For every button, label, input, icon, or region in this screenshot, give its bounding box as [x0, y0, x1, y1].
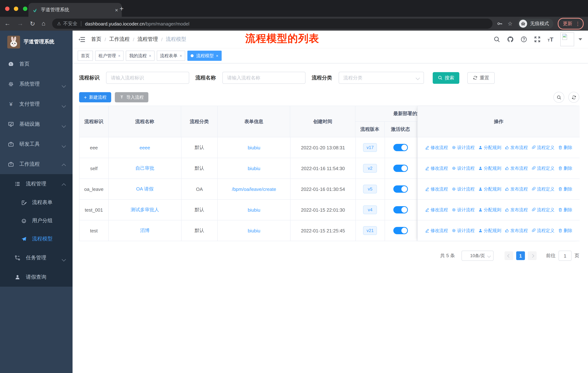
zoom-window-button[interactable] — [23, 7, 27, 11]
breadcrumb-home[interactable]: 首页 — [91, 36, 101, 43]
assign-rule-link[interactable]: 分配规则 — [478, 186, 501, 192]
prev-page-button[interactable] — [504, 251, 513, 260]
modify-process-link[interactable]: 修改流程 — [425, 186, 448, 192]
sidebar-item-infrastructure[interactable]: 基础设施 — [0, 114, 73, 134]
delete-link[interactable]: 删除 — [558, 144, 572, 151]
process-definition-link[interactable]: 流程定义 — [532, 227, 555, 234]
process-name-link[interactable]: OA 请假 — [136, 186, 153, 192]
tab-close-icon[interactable]: × — [115, 7, 118, 13]
delete-link[interactable]: 删除 — [558, 186, 572, 192]
form-info-link[interactable]: biubiu — [248, 228, 260, 233]
forward-icon[interactable]: → — [17, 20, 23, 27]
modify-process-link[interactable]: 修改流程 — [425, 207, 448, 213]
assign-rule-link[interactable]: 分配规则 — [478, 144, 501, 151]
form-info-link[interactable]: /bpm/oa/leave/create — [232, 186, 276, 192]
breadcrumb-process-mgmt[interactable]: 流程管理 — [138, 36, 158, 43]
publish-process-link[interactable]: 发布流程 — [505, 186, 528, 192]
browser-tab[interactable]: 芋道管理系统 × — [28, 3, 122, 17]
filter-category-select[interactable]: 流程分类 — [339, 72, 424, 84]
url-bar[interactable]: ⚠ 不安全 dashboard.yudao.iocoder.cn /bpm/ma… — [52, 19, 492, 29]
sidebar-item-user-group[interactable]: 用户分组 — [0, 212, 73, 230]
collapse-menu-icon[interactable] — [78, 36, 85, 42]
next-page-button[interactable] — [528, 251, 537, 260]
close-icon[interactable]: × — [118, 53, 120, 58]
publish-process-link[interactable]: 发布流程 — [505, 207, 528, 213]
process-definition-link[interactable]: 流程定义 — [532, 165, 555, 171]
delete-link[interactable]: 删除 — [558, 207, 572, 213]
chevron-down-icon[interactable] — [578, 38, 582, 40]
search-button[interactable]: 搜索 — [433, 72, 459, 84]
close-icon[interactable]: × — [216, 53, 218, 58]
design-process-link[interactable]: 设计流程 — [452, 144, 475, 151]
active-toggle[interactable] — [393, 185, 408, 193]
active-toggle[interactable] — [393, 227, 408, 234]
form-info-link[interactable]: biubiu — [248, 145, 260, 150]
process-name-link[interactable]: 自己审批 — [135, 165, 154, 171]
publish-process-link[interactable]: 发布流程 — [505, 165, 528, 171]
design-process-link[interactable]: 设计流程 — [452, 186, 475, 192]
current-page[interactable]: 1 — [516, 251, 525, 260]
help-question-icon[interactable] — [521, 36, 527, 43]
design-process-link[interactable]: 设计流程 — [452, 165, 475, 171]
bookmark-star-icon[interactable]: ☆ — [508, 20, 513, 27]
sidebar-item-process-management[interactable]: 流程管理 — [0, 174, 73, 193]
assign-rule-link[interactable]: 分配规则 — [478, 165, 501, 171]
back-icon[interactable]: ← — [4, 20, 10, 27]
design-process-link[interactable]: 设计流程 — [452, 227, 475, 234]
close-window-button[interactable] — [5, 7, 10, 11]
show-search-toggle-button[interactable] — [553, 92, 564, 103]
import-process-button[interactable]: 导入流程 — [115, 92, 148, 102]
sidebar-item-process-form[interactable]: 流程表单 — [0, 193, 73, 212]
filter-key-input[interactable] — [106, 72, 189, 84]
fullscreen-icon[interactable] — [534, 36, 541, 43]
form-info-link[interactable]: biubiu — [248, 207, 260, 212]
tag-process-form[interactable]: 流程表单× — [157, 51, 185, 61]
process-definition-link[interactable]: 流程定义 — [532, 144, 555, 151]
create-process-button[interactable]: + 新建流程 — [79, 92, 111, 102]
close-icon[interactable]: × — [180, 53, 182, 58]
font-size-icon[interactable]: TT — [547, 37, 553, 42]
close-icon[interactable]: × — [149, 53, 151, 58]
modify-process-link[interactable]: 修改流程 — [425, 165, 448, 171]
process-definition-link[interactable]: 流程定义 — [532, 207, 555, 213]
search-icon[interactable] — [494, 36, 500, 43]
process-name-link[interactable]: 测试多审批人 — [130, 207, 159, 213]
tag-process-model[interactable]: 流程模型× — [188, 51, 222, 61]
tag-home[interactable]: 首页 — [78, 51, 93, 61]
tag-tenant[interactable]: 租户管理× — [95, 51, 124, 61]
new-tab-button[interactable]: + — [120, 5, 124, 12]
key-icon[interactable] — [497, 21, 503, 27]
design-process-link[interactable]: 设计流程 — [452, 207, 475, 213]
active-toggle[interactable] — [393, 206, 408, 213]
delete-link[interactable]: 删除 — [558, 165, 572, 171]
browser-menu-dots-icon[interactable]: ⋮ — [575, 21, 581, 27]
sidebar-logo[interactable]: 芋道管理系统 — [0, 33, 73, 51]
process-name-link[interactable]: eeee — [140, 145, 150, 150]
page-size-select[interactable]: 10条/页 — [462, 251, 494, 261]
tag-my-process[interactable]: 我的流程× — [126, 51, 155, 61]
sidebar-item-workflow[interactable]: 工作流程 — [0, 154, 73, 174]
publish-process-link[interactable]: 发布流程 — [505, 144, 528, 151]
active-toggle[interactable] — [393, 144, 408, 151]
breadcrumb-workflow[interactable]: 工作流程 — [109, 36, 130, 43]
process-definition-link[interactable]: 流程定义 — [532, 186, 555, 192]
refresh-table-button[interactable] — [568, 92, 579, 103]
reload-icon[interactable]: ↻ — [30, 20, 35, 28]
publish-process-link[interactable]: 发布流程 — [505, 227, 528, 234]
github-icon[interactable] — [507, 36, 514, 43]
modify-process-link[interactable]: 修改流程 — [425, 144, 448, 151]
sidebar-item-system[interactable]: 系统管理 — [0, 74, 73, 94]
delete-link[interactable]: 删除 — [558, 227, 572, 234]
avatar[interactable] — [560, 32, 574, 46]
sidebar-item-devtools[interactable]: 研发工具 — [0, 134, 73, 154]
form-info-link[interactable]: biubiu — [248, 166, 260, 171]
assign-rule-link[interactable]: 分配规则 — [478, 207, 501, 213]
goto-page-input[interactable] — [558, 251, 572, 261]
sidebar-item-leave-query[interactable]: 请假查询 — [0, 267, 73, 287]
sidebar-item-payment[interactable]: ¥ 支付管理 — [0, 94, 73, 114]
assign-rule-link[interactable]: 分配规则 — [478, 227, 501, 234]
process-name-link[interactable]: 滔博 — [140, 227, 149, 234]
browser-update-button[interactable]: 更新 ⋮ — [558, 18, 584, 30]
home-icon[interactable]: ⌂ — [42, 20, 46, 27]
reset-button[interactable]: 重置 — [467, 72, 495, 84]
